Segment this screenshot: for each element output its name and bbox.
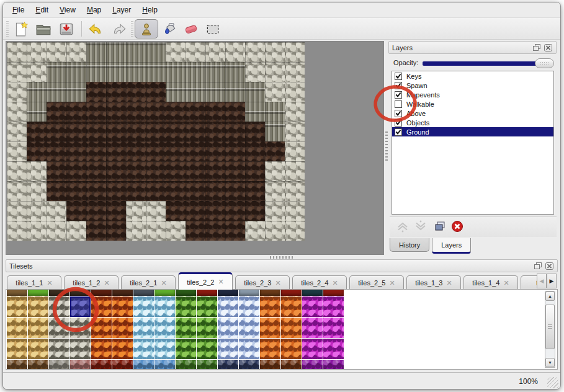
save-file-button[interactable]: [57, 20, 76, 38]
tileset-tab-tiles_1[interactable]: tiles_1_: [521, 275, 537, 290]
tileset-tile[interactable]: [91, 360, 112, 370]
map-tile-cave-floor[interactable]: [86, 201, 106, 221]
tileset-tab-tiles_2_1[interactable]: tiles_2_1✕: [121, 275, 176, 290]
tileset-tile[interactable]: [28, 318, 48, 338]
map-tile-cave-floor[interactable]: [126, 102, 146, 122]
tileset-tile[interactable]: [133, 360, 154, 370]
tileset-tab-tiles_2_5[interactable]: tiles_2_5✕: [349, 275, 404, 290]
scroll-tabs-right-button[interactable]: ▶: [547, 274, 557, 288]
map-tile-cave-floor[interactable]: [146, 181, 166, 201]
tab-close-icon[interactable]: ✕: [275, 279, 280, 287]
menu-layer[interactable]: Layer: [107, 3, 137, 17]
menu-file[interactable]: File: [7, 3, 30, 17]
map-tile-rock[interactable]: [285, 122, 305, 141]
layer-row-objects[interactable]: Objects: [392, 118, 553, 127]
map-tile-rock[interactable]: [205, 42, 225, 62]
map-tile-rock[interactable]: [27, 42, 47, 62]
tileset-tile[interactable]: [7, 296, 27, 317]
map-tile-rock[interactable]: [47, 42, 66, 62]
new-file-button[interactable]: [12, 20, 30, 38]
map-tile-cave-floor[interactable]: [186, 181, 205, 201]
map-tile-rock[interactable]: [285, 42, 305, 62]
tileset-tile[interactable]: [28, 296, 48, 317]
map-tile-cave-floor[interactable]: [166, 102, 186, 122]
map-tile-rock-wall-face[interactable]: [66, 62, 86, 82]
map-tile-cave-floor[interactable]: [245, 161, 265, 181]
close-panel-button[interactable]: [545, 262, 554, 270]
resize-grip[interactable]: [547, 377, 558, 388]
menu-help[interactable]: Help: [137, 3, 163, 17]
tileset-tile[interactable]: [49, 296, 69, 317]
map-tile-rock[interactable]: [126, 221, 146, 241]
map-tile-rock-wall-face[interactable]: [245, 102, 265, 122]
map-tile-cave-floor[interactable]: [186, 161, 205, 181]
map-tile-rock[interactable]: [47, 201, 66, 221]
map-tile-rock[interactable]: [27, 161, 47, 181]
map-tile-rock[interactable]: [285, 62, 305, 82]
map-tile-rock-wall-face[interactable]: [27, 102, 47, 122]
map-tile-rock[interactable]: [7, 42, 27, 62]
map-tile-cave-floor[interactable]: [86, 161, 106, 181]
tileset-tab-tiles_2_4[interactable]: tiles_2_4✕: [292, 275, 347, 290]
map-tile-cave-floor[interactable]: [66, 102, 86, 122]
vertical-splitter[interactable]: [385, 131, 388, 163]
map-tile-rock[interactable]: [7, 161, 27, 181]
map-tile-rock[interactable]: [265, 181, 285, 201]
tileset-tile[interactable]: [70, 339, 91, 359]
tileset-scrollbar[interactable]: ▲ ▼: [545, 291, 555, 368]
tab-close-icon[interactable]: ✕: [389, 279, 395, 287]
float-panel-button[interactable]: [532, 43, 542, 52]
open-file-button[interactable]: [34, 20, 53, 38]
tab-close-icon[interactable]: ✕: [218, 278, 223, 286]
tileset-tile[interactable]: [112, 339, 133, 359]
tileset-tile[interactable]: [154, 289, 175, 296]
tileset-tile[interactable]: [197, 296, 217, 317]
map-tile-cave-floor[interactable]: [245, 122, 265, 141]
map-tile-rock-wall-face[interactable]: [146, 62, 166, 82]
map-tile-rock-wall-face[interactable]: [225, 62, 245, 82]
layer-row-walkable[interactable]: Walkable: [392, 99, 553, 109]
map-tile-rock[interactable]: [166, 221, 186, 241]
map-tile-rock-wall-face[interactable]: [66, 82, 86, 102]
eraser-tool-button[interactable]: [182, 20, 200, 38]
map-tile-cave-floor[interactable]: [205, 102, 225, 122]
menu-edit[interactable]: Edit: [30, 3, 54, 17]
tileset-tile[interactable]: [323, 339, 344, 359]
tileset-tile[interactable]: [239, 360, 259, 370]
tileset-tile[interactable]: [112, 296, 133, 317]
map-tile-cave-floor[interactable]: [47, 181, 66, 201]
map-tile-rock[interactable]: [7, 221, 27, 241]
tileset-tile[interactable]: [133, 318, 154, 338]
layer-visibility-checkbox-ground[interactable]: [395, 128, 402, 136]
tileset-tile[interactable]: [281, 339, 302, 359]
tab-close-icon[interactable]: ✕: [47, 279, 52, 287]
map-tile-rock[interactable]: [285, 181, 305, 201]
map-tile-rock[interactable]: [27, 62, 47, 82]
tileset-tile[interactable]: [323, 296, 344, 317]
map-tile-cave-floor[interactable]: [146, 102, 166, 122]
tileset-tab-tiles_2_2[interactable]: tiles_2_2✕: [178, 272, 233, 290]
map-tile-cave-floor[interactable]: [86, 82, 106, 102]
map-tile-rock[interactable]: [265, 161, 285, 181]
tileset-tile[interactable]: [323, 360, 344, 370]
tileset-tab-tiles_1_2[interactable]: tiles_1_2✕: [64, 275, 119, 290]
stamp-tool-button[interactable]: [135, 19, 158, 38]
map-tile-rock-wall-face[interactable]: [86, 42, 106, 62]
map-tile-rock-wall-face[interactable]: [126, 62, 146, 82]
map-tile-cave-floor[interactable]: [146, 141, 166, 161]
layer-visibility-checkbox-spawn[interactable]: [395, 82, 402, 89]
tileset-tile[interactable]: [7, 318, 27, 338]
layer-row-mapevents[interactable]: Mapevents: [392, 90, 553, 99]
map-tile-cave-floor[interactable]: [126, 82, 146, 102]
map-tile-rock[interactable]: [126, 201, 146, 221]
tileset-tile[interactable]: [176, 296, 196, 317]
tileset-tab-tiles_1_4[interactable]: tiles_1_4✕: [463, 275, 518, 290]
tileset-tile[interactable]: [197, 339, 217, 359]
map-tile-cave-floor[interactable]: [205, 181, 225, 201]
map-tile-rock[interactable]: [285, 201, 305, 221]
layer-row-spawn[interactable]: Spawn: [392, 81, 553, 90]
map-tile-rock-wall-face[interactable]: [47, 62, 66, 82]
map-tile-cave-floor[interactable]: [86, 181, 106, 201]
map-canvas[interactable]: [7, 42, 305, 241]
tileset-tile[interactable]: [197, 318, 217, 338]
